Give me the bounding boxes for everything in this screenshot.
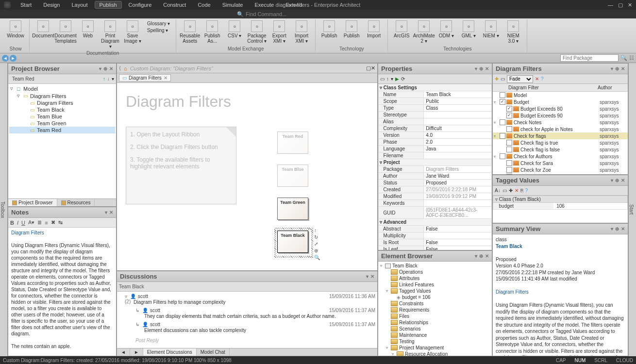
prop-row[interactable]: Is LeafFalse bbox=[379, 246, 492, 250]
ribbon-reusable-assets[interactable]: ▫Reusable Assets bbox=[179, 19, 201, 45]
prop-row[interactable]: NameTeam Black bbox=[379, 91, 492, 98]
filter-row[interactable]: ▿Check for Authorssparxsys bbox=[493, 153, 628, 160]
run-icon[interactable]: ▶ bbox=[395, 76, 399, 82]
cat-icon[interactable]: ▭ bbox=[502, 188, 507, 193]
el-icon[interactable]: ▭ bbox=[380, 76, 385, 82]
post-reply[interactable]: Post Reply bbox=[119, 335, 375, 343]
ribbon-small[interactable]: Glossary ▾ bbox=[145, 20, 172, 27]
disc-tab[interactable]: Model Chat bbox=[197, 348, 230, 356]
prop-row[interactable]: Phase2.0 bbox=[379, 139, 492, 146]
menu-configure[interactable]: Configure bbox=[124, 1, 157, 9]
pin-icon[interactable]: ▾ bbox=[475, 253, 477, 259]
ribbon-csv-[interactable]: ▫CSV ▾ bbox=[224, 19, 245, 39]
summary-name[interactable]: Team Black bbox=[496, 243, 625, 250]
prop-row[interactable]: TypeClass bbox=[379, 105, 492, 112]
filter-checkbox[interactable] bbox=[500, 153, 505, 159]
home-icon[interactable]: ⌂ bbox=[124, 66, 127, 71]
underline-icon[interactable]: U bbox=[21, 220, 25, 226]
filter-row[interactable]: Check flag is falsesparxsys bbox=[493, 146, 628, 153]
prop-section[interactable]: ▿ Class Settings bbox=[379, 84, 492, 91]
ribbon-small[interactable]: Spelling ▾ bbox=[145, 27, 172, 33]
numlist-icon[interactable]: ≡ bbox=[45, 220, 48, 226]
quicklink-icon[interactable]: ↻ bbox=[314, 234, 318, 240]
discussion-item[interactable]: ↳👤scott15/09/2016 11:37 AMThey can displ… bbox=[119, 307, 375, 321]
menu-execute[interactable]: Execute bbox=[250, 1, 279, 9]
delete-filter-icon[interactable]: ✕ bbox=[535, 76, 539, 82]
help-icon[interactable]: ? bbox=[525, 188, 528, 193]
filter-checkbox[interactable] bbox=[506, 160, 512, 166]
new-filter-icon[interactable]: ✚ bbox=[495, 76, 499, 82]
pin-icon[interactable]: ▾ bbox=[99, 66, 101, 71]
ribbon-odm-[interactable]: ▫ODM ▾ bbox=[435, 19, 457, 39]
eb-node[interactable]: ▿Project Management bbox=[379, 345, 491, 351]
quicklink-icon[interactable]: 🔍 bbox=[314, 255, 320, 260]
close-tab-icon[interactable]: ✕ bbox=[164, 75, 167, 81]
summary-link[interactable]: Diagram Filters bbox=[496, 289, 625, 296]
close-panel-icon[interactable]: ✕ bbox=[621, 178, 625, 183]
pin-icon[interactable]: ▾ bbox=[105, 210, 107, 215]
pin-icon[interactable]: ▾ bbox=[611, 226, 613, 232]
diagram-note[interactable]: 1. Open the Layout Ribbon2. Click the Di… bbox=[126, 127, 236, 204]
filter-row[interactable]: ▿Check Notessparxsys bbox=[493, 119, 628, 126]
quicklink-icon[interactable]: ⊕ bbox=[314, 248, 318, 253]
prop-row[interactable]: GUID{051FD8E1-A644-42c3-A0FC-E3E8CFB0... bbox=[379, 207, 492, 219]
pin-icon[interactable]: ▾ bbox=[611, 178, 613, 183]
copy-tv-icon[interactable]: ⎘ bbox=[520, 188, 523, 193]
close-panel-icon[interactable]: ✕ bbox=[621, 66, 625, 71]
eb-node[interactable]: ▿Resource Allocation bbox=[379, 351, 491, 356]
pin2-icon[interactable]: ⊕ bbox=[615, 66, 619, 71]
bold-icon[interactable]: B bbox=[10, 220, 14, 226]
prop-section[interactable]: ▿ Advanced bbox=[379, 219, 492, 226]
filter-row[interactable]: Budget Exceeds 90sparxsys bbox=[493, 112, 628, 119]
pin2-icon[interactable]: ⊕ bbox=[615, 178, 619, 183]
del-tv-icon[interactable]: ✕ bbox=[515, 188, 519, 193]
ribbon-package-control-[interactable]: ▫Package Control ▾ bbox=[246, 19, 268, 45]
pin2-icon[interactable]: ⊕ bbox=[479, 66, 483, 71]
prop-row[interactable]: Created27/05/2016 2:22:18 PM bbox=[379, 186, 492, 193]
filter-row[interactable]: Check for Zoesparxsys bbox=[493, 166, 628, 173]
prop-row[interactable]: Multiplicity bbox=[379, 232, 492, 239]
ribbon-niem-3-0-[interactable]: ▫NIEM 3.0 ▾ bbox=[502, 19, 524, 45]
tv-body[interactable]: ▿ Class (Team Black) budget106 bbox=[493, 196, 628, 223]
ribbon-archimate-2-[interactable]: ▫ArchiMate 2 ▾ bbox=[413, 19, 435, 45]
indent-icon[interactable]: ↹ bbox=[58, 219, 63, 226]
pb-node[interactable]: ▭Team Black bbox=[9, 106, 115, 113]
list-icon[interactable]: ≣ bbox=[37, 219, 42, 226]
filter-checkbox[interactable] bbox=[500, 119, 505, 125]
ribbon-import-xmi-[interactable]: ▫Import XMI ▾ bbox=[291, 19, 312, 45]
eb-node[interactable]: Attributes bbox=[379, 275, 491, 281]
project-browser-tree[interactable]: ▿◻Model▿▭Diagram Filters▭Diagram Filters… bbox=[8, 84, 116, 199]
prop-row[interactable]: Stereotype bbox=[379, 112, 492, 118]
prop-row[interactable]: AuthorJane Ward bbox=[379, 173, 492, 180]
pin2-icon[interactable]: ⊕ bbox=[103, 66, 107, 71]
eb-node[interactable]: Requirements bbox=[379, 307, 491, 313]
filter-row[interactable]: Check flag is truesparxsys bbox=[493, 139, 628, 146]
ribbon-save-image-[interactable]: ▫Save Image ▾ bbox=[122, 19, 143, 45]
down-icon[interactable]: ↓ bbox=[107, 76, 110, 82]
disc-tab[interactable]: Element Discussions bbox=[143, 348, 197, 356]
prop-row[interactable]: LanguageJava bbox=[379, 146, 492, 152]
pb-node[interactable]: ▿▭Diagram Filters bbox=[9, 92, 115, 99]
find-package-input[interactable] bbox=[560, 54, 619, 62]
eb-node[interactable]: Scenarios bbox=[379, 326, 491, 332]
nav-fwd-icon[interactable]: ► bbox=[10, 55, 17, 62]
eb-node[interactable]: Files bbox=[379, 313, 491, 319]
eb-node[interactable]: Operations bbox=[379, 269, 491, 275]
filter-row[interactable]: Budget Exceeds 80sparxsys bbox=[493, 105, 628, 112]
prop-row[interactable]: Filename bbox=[379, 152, 492, 159]
ribbon-publish-as-[interactable]: ▫Publish As... bbox=[201, 19, 223, 45]
app-logo-icon[interactable] bbox=[4, 1, 11, 8]
menu-design[interactable]: Design bbox=[38, 1, 65, 9]
back-icon[interactable]: ⟨ bbox=[119, 65, 121, 71]
prop-row[interactable]: ScopePublic bbox=[379, 98, 492, 105]
filter-col-author[interactable]: Author bbox=[598, 85, 625, 90]
new-icon[interactable]: ▾ bbox=[112, 76, 114, 82]
pb-node[interactable]: ▭Team Blue bbox=[9, 113, 115, 120]
eb-node[interactable]: Maintenance bbox=[379, 332, 491, 338]
filter-checkbox[interactable] bbox=[500, 133, 505, 139]
close-panel-icon[interactable]: ✕ bbox=[485, 253, 489, 259]
help-icon[interactable]: ? bbox=[541, 76, 544, 82]
discussions-body[interactable]: ▿👤scott15/09/2016 11:36 AM(2)Diagram Fil… bbox=[117, 292, 377, 348]
ribbon-print-diagram-[interactable]: ▫Print Diagram ▾ bbox=[100, 19, 121, 50]
element-team-black[interactable]: Team Black bbox=[277, 231, 308, 253]
